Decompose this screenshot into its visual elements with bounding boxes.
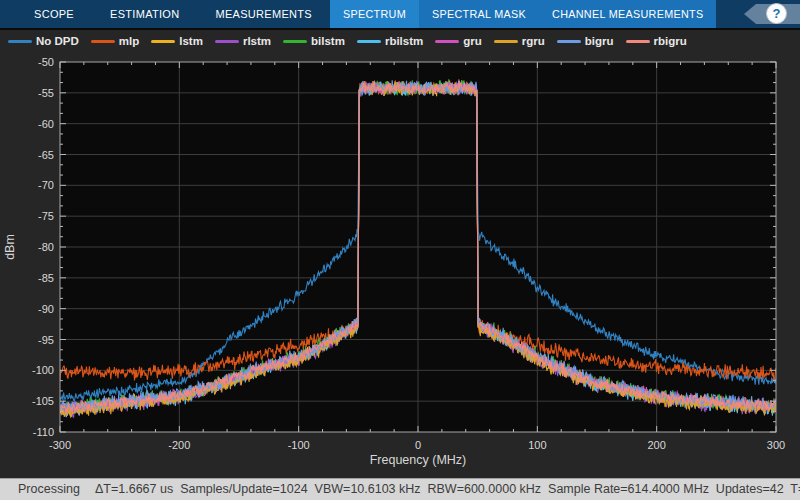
help-area: ?	[740, 0, 800, 28]
axis-tick-label: -60	[38, 118, 54, 130]
legend-label: lstm	[179, 35, 203, 47]
legend-item-mlp[interactable]: mlp	[91, 35, 139, 47]
legend-item-lstm[interactable]: lstm	[151, 35, 203, 47]
axis-tick-label: -75	[38, 210, 54, 222]
legend-item-rbigru[interactable]: rbigru	[626, 35, 687, 47]
legend-line-swatch	[8, 40, 32, 43]
axis-tick-label: 0	[415, 439, 421, 451]
spectrum-plot-canvas[interactable]: -300-200-1000100200300-110-105-100-95-90…	[0, 52, 800, 478]
legend-bar: No DPDmlplstmrlstmbilstmrbilstmgrurgrubi…	[0, 28, 800, 52]
axis-tick-label: -105	[32, 395, 54, 407]
legend-line-swatch	[494, 40, 518, 43]
legend-line-swatch	[435, 40, 459, 43]
axis-tick-label: -50	[38, 56, 54, 68]
axis-tick-label: -90	[38, 303, 54, 315]
legend-label: rbilstm	[385, 35, 423, 47]
status-details-text: ΔT=1.6667 us Samples/Update=1024 VBW=10.…	[95, 479, 800, 500]
legend-line-swatch	[91, 40, 115, 43]
question-mark-icon: ?	[773, 6, 781, 21]
status-mode-label: Processing	[18, 479, 80, 500]
axis-tick-label: -95	[38, 334, 54, 346]
legend-item-rbilstm[interactable]: rbilstm	[357, 35, 423, 47]
toolstrip: SCOPEESTIMATIONMEASUREMENTS SPECTRUMSPEC…	[0, 0, 800, 28]
tab-scope[interactable]: SCOPE	[16, 0, 92, 28]
axis-tick-label: -200	[168, 439, 190, 451]
axis-tick-label: -300	[49, 439, 71, 451]
legend-item-bilstm[interactable]: bilstm	[283, 35, 345, 47]
tab-estimation[interactable]: ESTIMATION	[92, 0, 197, 28]
legend-label: bilstm	[311, 35, 345, 47]
axis-tick-label: -70	[38, 179, 54, 191]
legend-label: rgru	[522, 35, 545, 47]
contextual-tab-group: SPECTRUMSPECTRAL MASKCHANNEL MEASUREMENT…	[330, 0, 717, 28]
axis-tick-label: -65	[38, 149, 54, 161]
axis-tick-label: -100	[32, 364, 54, 376]
tab-measurements[interactable]: MEASUREMENTS	[197, 0, 330, 28]
axis-tick-label: -100	[288, 439, 310, 451]
axis-tick-label: 200	[647, 439, 665, 451]
tab-spectral-mask[interactable]: SPECTRAL MASK	[419, 0, 539, 28]
legend-item-bigru[interactable]: bigru	[557, 35, 614, 47]
legend-label: rlstm	[243, 35, 271, 47]
y-axis-label: dBm	[3, 234, 17, 260]
help-button[interactable]: ?	[766, 3, 787, 24]
axis-tick-label: -85	[38, 272, 54, 284]
legend-item-rgru[interactable]: rgru	[494, 35, 545, 47]
legend-line-swatch	[215, 40, 239, 43]
axis-tick-label: 100	[528, 439, 546, 451]
legend-label: rbigru	[654, 35, 687, 47]
legend-line-swatch	[626, 40, 650, 43]
main-tab-group: SCOPEESTIMATIONMEASUREMENTS	[0, 0, 330, 28]
legend-line-swatch	[357, 40, 381, 43]
axis-tick-label: 300	[767, 439, 785, 451]
status-bar: Processing ΔT=1.6667 us Samples/Update=1…	[0, 478, 800, 500]
legend-label: gru	[463, 35, 482, 47]
axis-tick-label: -55	[38, 87, 54, 99]
plot-region: -300-200-1000100200300-110-105-100-95-90…	[0, 52, 800, 478]
x-axis-label: Frequency (MHz)	[370, 453, 467, 467]
axis-tick-label: -110	[33, 426, 54, 438]
legend-item-no-dpd[interactable]: No DPD	[8, 35, 79, 47]
legend-item-rlstm[interactable]: rlstm	[215, 35, 271, 47]
legend-line-swatch	[151, 40, 175, 43]
tab-spectrum[interactable]: SPECTRUM	[330, 0, 419, 28]
legend-label: No DPD	[36, 35, 79, 47]
axis-tick-label: -80	[38, 241, 54, 253]
legend-label: bigru	[585, 35, 614, 47]
legend-label: mlp	[119, 35, 139, 47]
legend-line-swatch	[283, 40, 307, 43]
legend-item-gru[interactable]: gru	[435, 35, 482, 47]
tab-channel-measurements[interactable]: CHANNEL MEASUREMENTS	[539, 0, 716, 28]
legend-line-swatch	[557, 40, 581, 43]
